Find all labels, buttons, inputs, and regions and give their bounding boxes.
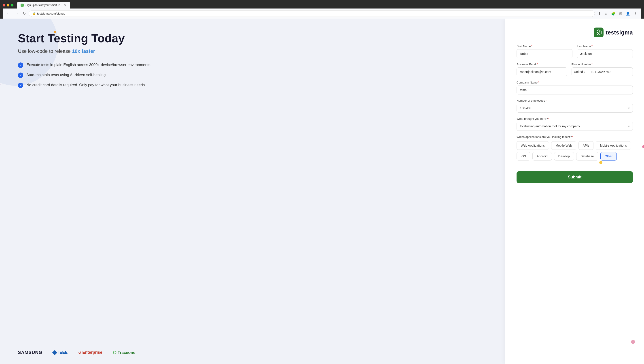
business-email-label: Business Email* bbox=[516, 63, 567, 66]
window-controls bbox=[3, 4, 14, 7]
logo-header: testsigma bbox=[516, 28, 633, 37]
page-content: Start Testing Today Use low-code to rele… bbox=[0, 19, 644, 364]
menu-button[interactable]: ⋮ bbox=[632, 11, 639, 17]
company-name-label: Company Name* bbox=[516, 81, 633, 84]
phone-row: United ▾ bbox=[572, 67, 633, 76]
feature-text-1: Execute tests in plain English across 30… bbox=[26, 62, 152, 68]
lock-icon: 🔒 bbox=[33, 12, 36, 15]
num-employees-label: Number of employees* bbox=[516, 99, 633, 102]
what-brought-select[interactable]: Evaluating automation tool for my compan… bbox=[516, 122, 633, 131]
hero-subtitle-highlight: 10x faster bbox=[72, 48, 95, 54]
active-tab[interactable]: ✦ Sign up to start your smart te... ✕ bbox=[17, 2, 70, 9]
features-list: ✓ Execute tests in plain English across … bbox=[18, 62, 492, 88]
hero-subtitle: Use low-code to release 10x faster bbox=[18, 48, 492, 54]
feature-item-3: ✓ No credit card details required. Only … bbox=[18, 82, 492, 88]
phone-number-input[interactable] bbox=[587, 67, 633, 76]
minimize-button[interactable] bbox=[7, 4, 10, 7]
applications-tags-grid: Web Applications Mobile Web APIs Mobile … bbox=[516, 141, 633, 160]
check-icon-1: ✓ bbox=[18, 62, 23, 68]
testsigma-logo: testsigma bbox=[594, 28, 633, 37]
browser-tab-bar: ✦ Sign up to start your smart te... ✕ + bbox=[3, 2, 641, 9]
tag-ios[interactable]: iOS bbox=[516, 152, 530, 160]
business-email-input[interactable] bbox=[516, 67, 567, 76]
tag-database[interactable]: Database bbox=[576, 152, 598, 160]
deco-dot-pink-bottom bbox=[631, 340, 635, 344]
browser-chrome: ✦ Sign up to start your smart te... ✕ + … bbox=[0, 0, 644, 19]
company-name-input[interactable] bbox=[516, 86, 633, 94]
logo-ieee: IEEE bbox=[53, 350, 68, 355]
download-button[interactable]: ⬇ bbox=[596, 11, 602, 17]
last-name-label: Last Name* bbox=[577, 45, 633, 48]
what-brought-label: What brought you here?* bbox=[516, 117, 633, 120]
email-phone-row: Business Email* Phone Number* United ▾ bbox=[516, 63, 633, 76]
last-name-field: Last Name* bbox=[577, 45, 633, 58]
last-name-input[interactable] bbox=[577, 49, 633, 58]
business-email-field: Business Email* bbox=[516, 63, 567, 76]
applications-label: Which applications are you looking to te… bbox=[516, 135, 633, 139]
tag-apis[interactable]: APIs bbox=[578, 141, 594, 150]
first-name-field: First Name* bbox=[516, 45, 572, 58]
browser-toolbar: ← → ↻ 🔒 testsigma.com/signup ⬇ ☆ 🧩 ⊟ 👤 ⋮ bbox=[3, 9, 641, 19]
logo-samsung: SAMSUNG bbox=[18, 350, 42, 355]
address-bar[interactable]: 🔒 testsigma.com/signup bbox=[29, 10, 595, 17]
right-panel: testsigma First Name* Last Name* bbox=[505, 19, 644, 364]
extensions-button[interactable]: 🧩 bbox=[610, 11, 617, 17]
testsigma-icon bbox=[594, 28, 604, 37]
country-label: United bbox=[574, 70, 583, 74]
tag-other[interactable]: Other bbox=[600, 152, 617, 160]
tag-mobile-web[interactable]: Mobile Web bbox=[551, 141, 576, 150]
testsigma-svg-icon bbox=[595, 29, 602, 36]
company-name-section: Company Name* bbox=[516, 81, 633, 94]
first-name-label: First Name* bbox=[516, 45, 572, 48]
logo-enterprise: U Enterprise bbox=[78, 350, 102, 355]
forward-button[interactable]: → bbox=[14, 11, 20, 17]
name-row: First Name* Last Name* bbox=[516, 45, 633, 58]
applications-section: Which applications are you looking to te… bbox=[516, 135, 633, 165]
account-button[interactable]: 👤 bbox=[624, 11, 632, 17]
num-employees-section: Number of employees* 1-10 11-50 51-150 1… bbox=[516, 99, 633, 113]
logos-section: SAMSUNG IEEE U Enterprise ⬡ Traceone bbox=[18, 336, 492, 355]
tab-close-icon[interactable]: ✕ bbox=[64, 4, 67, 7]
feature-text-2: Auto-maintain tests using AI-driven self… bbox=[26, 72, 107, 78]
new-tab-button[interactable]: + bbox=[71, 2, 77, 9]
feature-item-2: ✓ Auto-maintain tests using AI-driven se… bbox=[18, 72, 492, 78]
hero-subtitle-plain: Use low-code to release bbox=[18, 48, 72, 54]
sidebar-button[interactable]: ⊟ bbox=[618, 11, 624, 17]
back-button[interactable]: ← bbox=[5, 11, 12, 17]
left-panel: Start Testing Today Use low-code to rele… bbox=[0, 19, 505, 364]
what-brought-section: What brought you here?* Evaluating autom… bbox=[516, 117, 633, 131]
chevron-down-icon: ▾ bbox=[584, 71, 585, 73]
check-icon-3: ✓ bbox=[18, 83, 23, 88]
brand-name: testsigma bbox=[606, 29, 633, 36]
phone-number-field: Phone Number* United ▾ bbox=[572, 63, 633, 76]
deco-dot-pink-right bbox=[642, 145, 644, 148]
maximize-button[interactable] bbox=[11, 4, 14, 7]
bookmark-button[interactable]: ☆ bbox=[603, 11, 609, 17]
tag-desktop[interactable]: Desktop bbox=[554, 152, 574, 160]
tag-web-applications[interactable]: Web Applications bbox=[516, 141, 549, 150]
what-brought-select-wrapper: Evaluating automation tool for my compan… bbox=[516, 122, 633, 131]
url-text: testsigma.com/signup bbox=[37, 12, 65, 15]
logo-traceone: ⬡ Traceone bbox=[113, 350, 135, 355]
tab-title: Sign up to start your smart te... bbox=[26, 4, 62, 7]
deco-dot-purple bbox=[0, 83, 0, 86]
num-employees-select-wrapper: 1-10 11-50 51-150 150-499 500+ ▾ bbox=[516, 104, 633, 113]
phone-country-selector[interactable]: United ▾ bbox=[572, 67, 587, 76]
feature-item-1: ✓ Execute tests in plain English across … bbox=[18, 62, 492, 68]
first-name-input[interactable] bbox=[516, 49, 572, 58]
tab-favicon-icon: ✦ bbox=[20, 4, 24, 7]
phone-number-label: Phone Number* bbox=[572, 63, 633, 66]
submit-button[interactable]: Submit bbox=[516, 171, 633, 183]
toolbar-actions: ⬇ ☆ 🧩 ⊟ 👤 ⋮ bbox=[596, 11, 639, 17]
tag-android[interactable]: Android bbox=[532, 152, 552, 160]
check-icon-2: ✓ bbox=[18, 73, 23, 78]
reload-button[interactable]: ↻ bbox=[22, 11, 27, 17]
feature-text-3: No credit card details required. Only pa… bbox=[26, 82, 146, 88]
tag-mobile-applications[interactable]: Mobile Applications bbox=[596, 141, 631, 150]
hero-title: Start Testing Today bbox=[18, 32, 492, 45]
close-button[interactable] bbox=[3, 4, 5, 7]
num-employees-select[interactable]: 1-10 11-50 51-150 150-499 500+ bbox=[516, 104, 633, 113]
